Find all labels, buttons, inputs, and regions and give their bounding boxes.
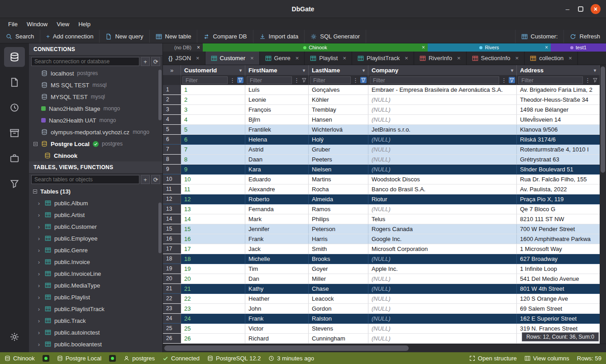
cell-address[interactable]: Sſnder Boulevard 51	[517, 165, 606, 174]
expand-chevron-icon[interactable]: ›	[36, 294, 42, 301]
cell-company[interactable]: (NULL)	[368, 314, 517, 323]
row-number[interactable]: 23	[163, 304, 181, 313]
cell-address[interactable]: Theodor-Heuss-Straße 34	[517, 95, 606, 104]
expand-chevron-icon[interactable]: ›	[36, 270, 42, 277]
cell-firstname[interactable]: Jack	[245, 244, 309, 254]
db-tab-test1[interactable]: test1	[551, 43, 606, 52]
toolbar-import-data[interactable]: Import data	[253, 30, 305, 43]
row-number[interactable]: 6	[163, 135, 181, 144]
table-item-public-genre[interactable]: ›public.Genre	[29, 244, 162, 256]
cell-address[interactable]: Ullevĺlsveien 14	[517, 115, 606, 124]
column-header-company[interactable]: Company▾	[368, 65, 517, 75]
vertical-scrollbar[interactable]	[600, 65, 606, 344]
cell-firstname[interactable]: Alexandre	[245, 184, 309, 194]
table-item-public-autoinctest[interactable]: ›public.autoinctest	[29, 326, 162, 338]
cell-customerid[interactable]: 11	[181, 184, 245, 194]
cell-firstname[interactable]: Astrid	[245, 145, 309, 154]
close-tab-icon[interactable]: ×	[568, 55, 572, 61]
filter-input[interactable]: Filter	[182, 76, 228, 84]
cell-company[interactable]: Riotur	[368, 194, 517, 204]
row-number[interactable]: 10	[163, 175, 181, 184]
cell-company[interactable]: Woodstock Discos	[368, 175, 517, 184]
sidebar-connections[interactable]	[4, 47, 25, 67]
close-tab-icon[interactable]: ×	[196, 55, 200, 61]
cell-address[interactable]: 319 N. Frances Street	[517, 324, 606, 333]
minimize-button[interactable]: –	[564, 5, 571, 13]
row-number[interactable]: 26	[163, 334, 181, 343]
row-number[interactable]: 21	[163, 284, 181, 293]
sidebar-files[interactable]	[4, 72, 25, 92]
cell-company[interactable]: (NULL)	[368, 304, 517, 313]
cell-firstname[interactable]: Fernanda	[245, 204, 309, 214]
cell-customerid[interactable]: 23	[181, 304, 245, 313]
refresh-tables-button[interactable]: ⟳	[151, 175, 160, 184]
column-dropdown-icon[interactable]: ▾	[594, 68, 596, 73]
kebab-menu-icon[interactable]: ⋮	[353, 77, 358, 84]
column-dropdown-icon[interactable]: ▾	[363, 68, 365, 73]
cell-lastname[interactable]: Nielsen	[309, 165, 368, 174]
cell-customerid[interactable]: 6	[181, 135, 245, 144]
cell-lastname[interactable]: Ramos	[309, 204, 368, 214]
column-dropdown-icon[interactable]: ▾	[303, 68, 305, 73]
file-tab-sectioninfo[interactable]: SectionInfo×	[467, 52, 525, 65]
db-tab-rivers[interactable]: Rivers×	[428, 43, 551, 52]
menu-file[interactable]: File	[4, 19, 22, 29]
sidebar-query-designer[interactable]	[4, 174, 25, 194]
cell-customerid[interactable]: 7	[181, 145, 245, 154]
filter-input[interactable]: Filter	[370, 76, 499, 84]
cell-firstname[interactable]: Heather	[245, 294, 309, 303]
close-tab-icon[interactable]: ×	[343, 55, 346, 61]
cell-company[interactable]: (NULL)	[368, 284, 517, 293]
cell-company[interactable]: (NULL)	[368, 294, 517, 303]
cell-company[interactable]: (NULL)	[368, 155, 517, 164]
column-dropdown-icon[interactable]: ▾	[511, 68, 513, 73]
menu-window[interactable]: Window	[22, 19, 52, 29]
cell-customerid[interactable]: 9	[181, 165, 245, 174]
sidebar-history[interactable]	[4, 98, 25, 118]
tables-group-row[interactable]: Tables (13)	[29, 185, 162, 197]
cell-company[interactable]: (NULL)	[368, 105, 517, 114]
cell-lastname[interactable]: Wichterlová	[309, 125, 368, 134]
row-number[interactable]: 2	[163, 95, 181, 104]
vertical-scrollbar-thumb[interactable]	[601, 66, 605, 173]
cell-company[interactable]: (NULL)	[368, 135, 517, 144]
cell-address[interactable]: 627 Broadway	[517, 254, 606, 264]
connection-item-nano2health-uat[interactable]: Nano2Health UATmongo	[29, 114, 162, 126]
cell-firstname[interactable]: François	[245, 105, 309, 114]
cell-firstname[interactable]: Mark	[245, 214, 309, 224]
funnel-icon[interactable]	[592, 77, 598, 83]
toolbar-new-table[interactable]: New table	[150, 30, 198, 43]
expand-chevron-icon[interactable]: ›	[36, 223, 42, 230]
row-number[interactable]: 16	[163, 234, 181, 244]
cell-customerid[interactable]: 12	[181, 194, 245, 204]
menu-view[interactable]: View	[52, 19, 74, 29]
sidebar-archive[interactable]	[4, 123, 25, 143]
expand-chevron-icon[interactable]: ›	[36, 306, 42, 312]
cell-firstname[interactable]: Leonie	[245, 95, 309, 104]
toolbar-search[interactable]: Search	[0, 30, 40, 43]
connection-item-ms-sql-test[interactable]: MS SQL TESTmssql	[29, 79, 162, 91]
row-number[interactable]: 4	[163, 115, 181, 124]
cell-address[interactable]: 801 W 4th Street	[517, 284, 606, 293]
cell-address[interactable]: Qe 7 Bloco G	[517, 204, 606, 214]
cell-address[interactable]: Rua Dr. Falcão Filho, 155	[517, 175, 606, 184]
cell-address[interactable]: Praça Pio X, 119	[517, 194, 606, 204]
row-number[interactable]: 15	[163, 224, 181, 234]
cell-company[interactable]: Google Inc.	[368, 234, 517, 244]
table-item-public-employee[interactable]: ›public.Employee	[29, 232, 162, 244]
cell-customerid[interactable]: 16	[181, 234, 245, 244]
cell-firstname[interactable]: Daan	[245, 155, 309, 164]
cell-lastname[interactable]: Ralston	[309, 314, 368, 323]
column-header-customerid[interactable]: CustomerId▾	[181, 65, 245, 75]
status-open-structure[interactable]: Open structure	[469, 355, 517, 362]
row-number[interactable]: 12	[163, 194, 181, 204]
db-tab-no-db[interactable]: (no DB)×	[163, 43, 203, 52]
cell-firstname[interactable]: Victor	[245, 324, 309, 333]
cell-lastname[interactable]: Brooks	[309, 254, 368, 264]
cell-address[interactable]: 700 W Pender Street	[517, 224, 606, 234]
cell-customerid[interactable]: 24	[181, 314, 245, 323]
cell-firstname[interactable]: Tim	[245, 264, 309, 274]
cell-lastname[interactable]: Gruber	[309, 145, 368, 154]
cell-lastname[interactable]: Tremblay	[309, 105, 368, 114]
close-tab-icon[interactable]: ×	[296, 55, 299, 61]
